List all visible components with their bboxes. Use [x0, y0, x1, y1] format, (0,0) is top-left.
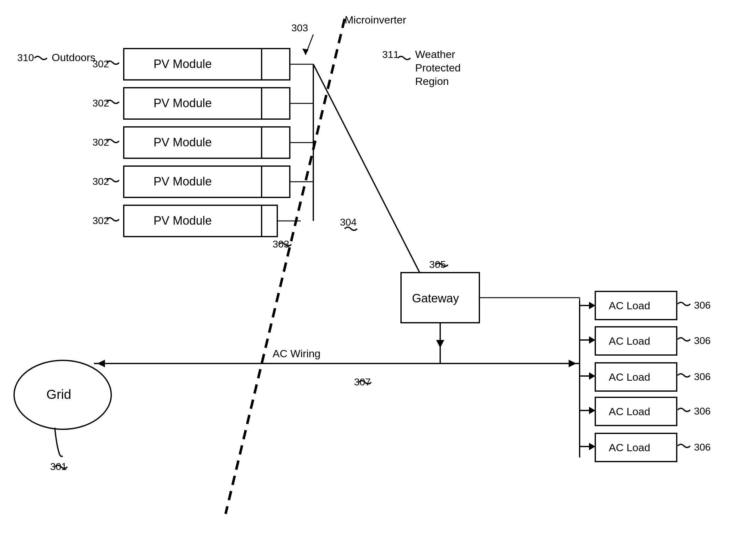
pv-ref-1: 302 — [93, 58, 109, 69]
ac-load-ref-3: 306 — [694, 371, 711, 382]
pv-module-2: PV Module — [153, 96, 212, 110]
pv-ref-2: 302 — [93, 97, 109, 109]
ac-load-1: AC Load — [609, 300, 650, 311]
pv-module-5: PV Module — [153, 214, 212, 227]
grid-ref: 301 — [50, 461, 67, 472]
ac-wiring-ref: 307 — [354, 376, 371, 387]
pv-ref-5: 302 — [93, 215, 109, 226]
svg-text:Region: Region — [415, 75, 449, 87]
ac-wiring-label: AC Wiring — [273, 348, 320, 360]
ac-load-ref-2: 306 — [694, 335, 711, 346]
ac-load-ref-5: 306 — [694, 441, 711, 453]
gateway-ref: 305 — [429, 259, 446, 270]
pv-ref-4: 302 — [93, 176, 109, 187]
weather-protected-label: Weather — [415, 48, 455, 60]
outdoors-ref: 310 — [17, 52, 34, 63]
svg-rect-10 — [262, 88, 290, 119]
ac-load-ref-1: 306 — [694, 300, 711, 311]
microinverter-ref-bottom: 303 — [273, 238, 289, 250]
pv-module-1: PV Module — [153, 57, 212, 70]
ac-load-5: AC Load — [609, 441, 650, 453]
ref-304: 304 — [340, 217, 357, 228]
microinverter-label: Microinverter — [345, 14, 406, 26]
grid-label: Grid — [46, 387, 71, 402]
pv-ref-3: 302 — [93, 137, 109, 148]
svg-text:Protected: Protected — [415, 62, 461, 74]
gateway-label: Gateway — [412, 292, 459, 305]
svg-rect-19 — [262, 205, 277, 237]
ac-load-2: AC Load — [609, 335, 650, 347]
ac-load-3: AC Load — [609, 371, 650, 383]
diagram-container: Outdoors 310 Weather Protected Region 31… — [0, 0, 756, 533]
pv-module-4: PV Module — [153, 175, 212, 188]
microinverter-ref-top: 303 — [291, 22, 308, 34]
ac-load-ref-4: 306 — [694, 406, 711, 417]
svg-rect-16 — [262, 166, 290, 198]
outdoors-label: Outdoors — [52, 51, 95, 63]
weather-ref: 311 — [382, 49, 399, 60]
svg-rect-7 — [262, 49, 290, 80]
ac-load-4: AC Load — [609, 406, 650, 417]
svg-rect-13 — [262, 127, 290, 158]
pv-module-3: PV Module — [153, 136, 212, 149]
